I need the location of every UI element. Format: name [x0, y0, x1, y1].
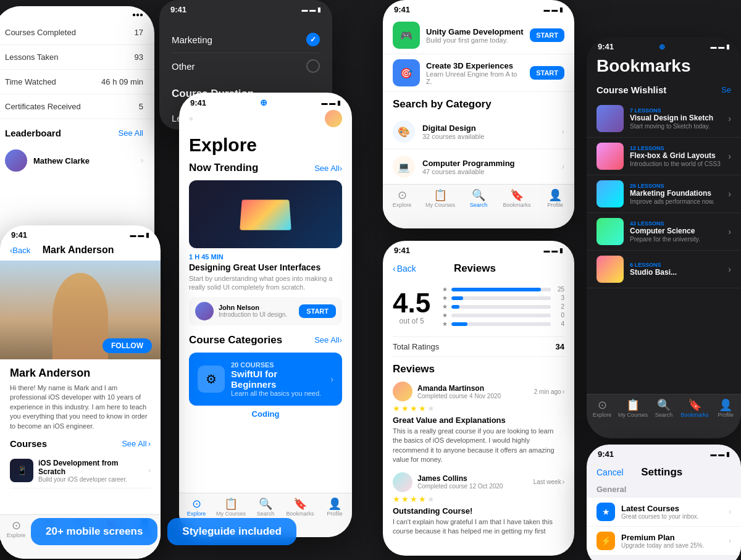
- gear-icon: ⚙: [206, 372, 217, 387]
- wishlist-item-4[interactable]: 43 LESSONS Computer Science Prepare for …: [587, 213, 741, 251]
- now-trending-header: Now Trending See All ›: [189, 162, 342, 174]
- filter-other-radio[interactable]: [306, 59, 320, 73]
- courses-see-all[interactable]: See All ›: [122, 439, 151, 448]
- wishlist-item-3[interactable]: 26 LESSONS Marketing Foundations Improve…: [587, 175, 741, 213]
- settings-premium-plan[interactable]: ⚡ Premium Plan Upgrade today and save 25…: [587, 527, 741, 556]
- filter-other-label: Other: [172, 61, 195, 72]
- badge-container: 20+ mobile screens Styleguide included: [31, 518, 296, 545]
- reviewer-2-avatar: [393, 472, 412, 492]
- browse-tab-search[interactable]: 🔍 Search: [459, 190, 498, 208]
- browse-tab-profile[interactable]: 👤 Profile: [536, 190, 574, 208]
- mark-face: [52, 273, 108, 359]
- wl-lessons-1: 7 LESSONS: [630, 107, 722, 114]
- settings-item-1-info: Latest Courses Great courses to your inb…: [621, 504, 722, 520]
- bar-fill-1: [451, 322, 467, 326]
- tab-profile[interactable]: 👤 Profile: [317, 498, 352, 517]
- bk-tab-mycourses[interactable]: 📋 My Courses: [618, 399, 648, 418]
- mark-icons: ▬ ▬ ▮: [130, 232, 149, 238]
- reviewer-1-info: Amanda Martinson Completed course 4 Nov …: [417, 384, 529, 399]
- cat-chevron-prog: ›: [562, 162, 564, 171]
- settings-item-1-sub: Great courses to your inbox.: [621, 513, 722, 520]
- category-card[interactable]: ⚙ 20 COURSES SwiftUI for Beginners Learn…: [189, 353, 342, 406]
- instructor-row[interactable]: John Nelson Introduction to UI design. S…: [189, 297, 342, 325]
- course-list-title: iOS Development from Scratch: [38, 459, 143, 476]
- mark-info-section: Mark Anderson Hi there! My name is Mark …: [0, 359, 161, 496]
- start-button[interactable]: START: [299, 304, 336, 318]
- leaderboard-item[interactable]: Mathew Clarke ›: [0, 143, 154, 178]
- cat-count-prog: 47 courses available: [422, 168, 555, 175]
- trending-see-all[interactable]: See All ›: [314, 164, 342, 173]
- course-list-item-1[interactable]: 📱 iOS Development from Scratch Build you…: [10, 454, 151, 488]
- categories-see-all[interactable]: See All ›: [314, 335, 342, 345]
- trending-image[interactable]: [189, 180, 342, 248]
- bk-tab-profile[interactable]: 👤 Profile: [710, 399, 741, 418]
- cat-digital-design[interactable]: 🎨 Digital Design 32 courses available ›: [383, 114, 574, 149]
- tab-search[interactable]: 🔍 Search: [248, 498, 283, 517]
- cat-name-prog: Computer Programming: [422, 159, 555, 168]
- wishlist-chevron-2: ›: [728, 151, 731, 161]
- follow-button[interactable]: FOLLOW: [103, 338, 152, 353]
- category-chevron-icon: ›: [330, 374, 333, 384]
- bk-tab-explore[interactable]: ⊙ Explore: [587, 399, 618, 418]
- back-button[interactable]: ‹ Back: [393, 264, 416, 274]
- browse-tab-bookmarks[interactable]: 🔖 Bookmarks: [498, 190, 536, 208]
- leaderboard-see-all[interactable]: See All: [119, 128, 143, 138]
- rating-label: out of 5: [393, 317, 430, 325]
- settings-item-2-info: Premium Plan Upgrade today and save 25%.: [621, 533, 722, 549]
- stat-courses-completed: Courses Completed 17: [0, 20, 154, 45]
- mark-back-button[interactable]: ‹ Back: [10, 246, 30, 255]
- filter-marketing-radio[interactable]: [306, 33, 320, 46]
- tab-bookmarks[interactable]: 🔖 Bookmarks: [283, 498, 317, 517]
- settings-cancel-button[interactable]: Cancel: [597, 467, 624, 477]
- bar-fill-3: [451, 305, 459, 309]
- wishlist-chevron-4: ›: [728, 227, 731, 236]
- browse-profile-icon: 👤: [548, 190, 562, 201]
- featured-course-2[interactable]: 🎯 Create 3D Experiences Learn Unreal Eng…: [383, 54, 574, 92]
- bk-tab-search[interactable]: 🔍 Search: [648, 399, 679, 418]
- wishlist-item-5[interactable]: 6 LESSONS Studio Basi... ›: [587, 251, 741, 288]
- settings-chevron-1: ›: [729, 508, 731, 516]
- course-list-sub: Build your iOS developer career.: [38, 476, 143, 483]
- wishlist-item-1[interactable]: 7 LESSONS Visual Design in Sketch Start …: [587, 100, 741, 138]
- explore-app-logo: ⊕: [189, 116, 193, 122]
- rating-number: 4.5: [393, 290, 430, 317]
- mark-bio: Hi there! My name is Mark and I am profe…: [10, 383, 151, 431]
- comp-prog-info: Computer Programming 47 courses availabl…: [422, 159, 555, 175]
- wishlist-item-2[interactable]: 12 LESSONS Flex-box & Grid Layouts Intro…: [587, 138, 741, 175]
- unity-start-button[interactable]: START: [530, 28, 564, 42]
- settings-latest-courses[interactable]: ★ Latest Courses Great courses to your i…: [587, 498, 741, 527]
- instructor-name: John Nelson: [219, 304, 294, 311]
- reviewer-2-info: James Collins Completed course 12 Oct 20…: [417, 474, 529, 490]
- total-ratings-row: Total Ratings 34: [393, 336, 564, 357]
- bookmarks-title: Bookmarks: [587, 54, 741, 82]
- review-2-stars: ★ ★ ★ ★ ★: [393, 495, 564, 504]
- browse-time: 9:41: [394, 5, 410, 14]
- settings-item-2-sub: Upgrade today and save 25%.: [621, 542, 722, 549]
- browse-tab-mycourses[interactable]: 📋 My Courses: [421, 190, 459, 208]
- mark-status-bar: 9:41 ▬ ▬ ▮: [0, 225, 161, 242]
- profile-tab-icon: 👤: [328, 498, 341, 509]
- tab-mycourses[interactable]: 📋 My Courses: [214, 498, 248, 517]
- browse-tab-explore[interactable]: ⊙ Explore: [383, 190, 421, 208]
- tab-explore-active[interactable]: ⊙ Explore: [179, 498, 214, 517]
- cat-computer-prog[interactable]: 💻 Computer Programming 47 courses availa…: [383, 149, 574, 185]
- reviews-page-title: Reviews: [419, 262, 531, 275]
- bar-2-star: ★ 0: [440, 312, 564, 319]
- filter-other-row[interactable]: Other: [172, 53, 320, 79]
- wishlist-see-all[interactable]: Se: [721, 85, 731, 94]
- filter-marketing-label: Marketing: [172, 35, 212, 45]
- user-avatar-small[interactable]: [325, 110, 342, 127]
- unreal-thumb: 🎯: [393, 59, 420, 86]
- unreal-start-button[interactable]: START: [530, 66, 564, 80]
- filter-marketing-row[interactable]: Marketing: [172, 27, 320, 53]
- wl-lessons-4: 43 LESSONS: [630, 220, 722, 227]
- bk-profile-icon: 👤: [719, 399, 732, 411]
- instructor-info: John Nelson Introduction to UI design.: [219, 304, 294, 318]
- browse-bookmark-icon: 🔖: [510, 190, 524, 201]
- bk-tab-bookmarks[interactable]: 🔖 Bookmarks: [679, 399, 710, 418]
- mark-tab-explore[interactable]: ⊙ Explore: [0, 520, 32, 538]
- bookmarks-app-icon: ⊕: [659, 43, 665, 51]
- phone-bookmarks: 9:41 ⊕ ▬ ▬ ▮ Bookmarks Course Wishlist S…: [587, 37, 741, 438]
- reviewer-2-sub: Completed course 12 Oct 2020: [417, 483, 529, 490]
- featured-course-1[interactable]: 🎮 Unity Game Development Build your firs…: [383, 17, 574, 54]
